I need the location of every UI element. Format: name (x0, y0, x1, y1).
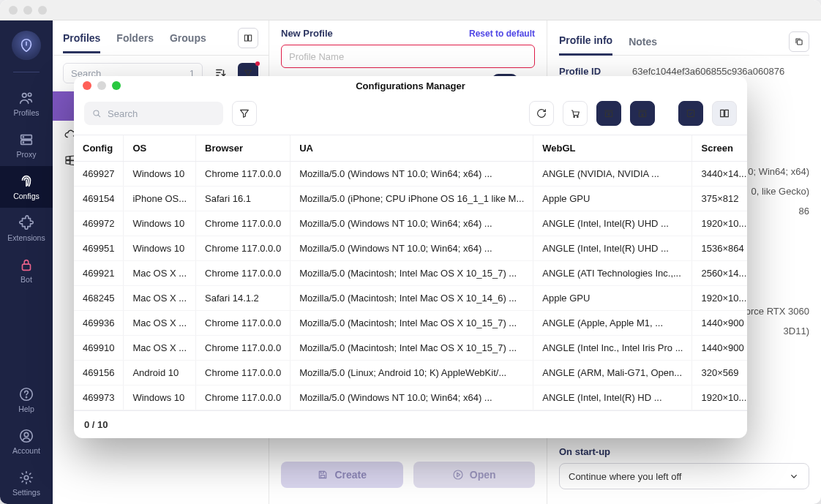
traffic-lights (9, 6, 47, 15)
copy-button[interactable] (789, 31, 809, 52)
svg-point-9 (20, 430, 33, 443)
lock-icon (18, 257, 34, 273)
cell-webgl: ANGLE (Intel Inc., Intel Iris Pro ... (533, 336, 692, 361)
open-button[interactable]: Open (413, 462, 536, 488)
col-os[interactable]: OS (124, 135, 196, 162)
table-row[interactable]: 469951Windows 10Chrome 117.0.0.0Mozilla/… (74, 236, 747, 261)
table-header-row: Config OS Browser UA WebGL Screen (74, 135, 747, 162)
cell-screen: 1920×10... (692, 286, 747, 311)
svg-point-16 (454, 470, 462, 479)
table-row[interactable]: 469936Mac OS X ...Chrome 117.0.0.0Mozill… (74, 311, 747, 336)
cell-screen: 1440×900 (692, 336, 747, 361)
create-button[interactable]: Create (281, 462, 403, 488)
columns-icon (243, 33, 253, 43)
close-window-icon[interactable] (9, 6, 18, 15)
shop-button[interactable] (563, 101, 588, 126)
col-browser[interactable]: Browser (196, 135, 290, 162)
cell-webgl: ANGLE (NVIDIA, NVIDIA ... (533, 162, 692, 187)
startup-value: Continue where you left off (569, 471, 681, 482)
cell-ua: Mozilla/5.0 (Linux; Android 10; K) Apple… (290, 361, 533, 385)
select-all-button[interactable] (678, 101, 703, 126)
col-webgl[interactable]: WebGL (533, 135, 692, 162)
modal-minimize-icon[interactable] (97, 81, 106, 90)
modal-search-input[interactable]: Search (84, 102, 223, 125)
cell-browser: Chrome 117.0.0.0 (196, 236, 290, 261)
sidebar-item-help[interactable]: Help (0, 379, 53, 421)
sidebar-item-extensions[interactable]: Extensions (0, 208, 53, 249)
profile-name-placeholder: Profile Name (289, 51, 344, 62)
sidebar-item-label: Extensions (7, 233, 45, 242)
sidebar-item-proxy[interactable]: Proxy (0, 124, 53, 166)
cell-os: Windows 10 (124, 162, 196, 187)
tab-groups[interactable]: Groups (170, 32, 206, 44)
table-row[interactable]: 469921Mac OS X ...Chrome 117.0.0.0Mozill… (74, 261, 747, 286)
sidebar-item-bot[interactable]: Bot (0, 249, 53, 291)
modal-traffic-lights (83, 81, 121, 90)
table-row[interactable]: 469154iPhone OS...Safari 16.1Mozilla/5.0… (74, 187, 747, 211)
user-icon (18, 428, 34, 444)
modal-title: Configurations Manager (356, 80, 465, 91)
sidebar-item-settings[interactable]: Settings (0, 462, 53, 504)
table-row[interactable]: 468245Mac OS X ...Safari 14.1.2Mozilla/5… (74, 286, 747, 311)
startup-select[interactable]: Continue where you left off (559, 463, 809, 489)
profile-name-input[interactable]: Profile Name (281, 45, 535, 68)
reset-to-default-link[interactable]: Reset to default (469, 29, 535, 39)
table-row[interactable]: 469927Windows 10Chrome 117.0.0.0Mozilla/… (74, 162, 747, 187)
cell-ua: Mozilla/5.0 (Windows NT 10.0; Win64; x64… (290, 236, 533, 261)
sidebar-item-label: Help (18, 405, 34, 413)
cell-screen: 3440×14... (692, 162, 747, 187)
cell-browser: Chrome 117.0.0.0 (196, 311, 290, 336)
cell-config: 469927 (74, 162, 124, 187)
create-button-label: Create (334, 469, 367, 481)
modal-close-icon[interactable] (83, 81, 91, 90)
puzzle-icon (18, 215, 34, 231)
sidebar-item-label: Configs (13, 192, 40, 200)
table-row[interactable]: 469910Mac OS X ...Chrome 117.0.0.0Mozill… (74, 336, 747, 361)
table-row[interactable]: 469972Windows 10Chrome 117.0.0.0Mozilla/… (74, 211, 747, 236)
table-row[interactable]: 469156Android 10Chrome 117.0.0.0Mozilla/… (74, 361, 747, 385)
modal-filter-button[interactable] (232, 101, 257, 126)
tab-folders[interactable]: Folders (116, 32, 154, 44)
minimize-window-icon[interactable] (23, 6, 32, 15)
svg-rect-17 (798, 40, 802, 44)
sidebar-item-configs[interactable]: Configs (0, 166, 53, 208)
tab-notes[interactable]: Notes (629, 36, 657, 48)
svg-rect-15 (321, 475, 325, 478)
svg-point-0 (23, 94, 27, 97)
tab-profile-info[interactable]: Profile info (559, 34, 612, 56)
cell-browser: Chrome 117.0.0.0 (196, 211, 290, 236)
cell-browser: Chrome 117.0.0.0 (196, 361, 290, 385)
cell-browser: Safari 16.1 (196, 187, 290, 211)
svg-point-19 (574, 116, 575, 118)
cell-screen: 1440×900 (692, 311, 747, 336)
sidebar-item-profiles[interactable]: Profiles (0, 83, 53, 124)
table-row[interactable]: 469973Windows 10Chrome 117.0.0.0Mozilla/… (74, 385, 747, 410)
import-button[interactable] (596, 101, 621, 126)
server-icon (18, 132, 34, 148)
refresh-button[interactable] (529, 101, 554, 126)
export-button[interactable] (630, 101, 655, 126)
cell-webgl: ANGLE (Intel, Intel(R) UHD ... (533, 236, 692, 261)
cell-os: Windows 10 (124, 236, 196, 261)
cell-config: 469154 (74, 187, 124, 211)
col-screen[interactable]: Screen (692, 135, 747, 162)
cell-os: Mac OS X ... (124, 286, 196, 311)
tab-profiles[interactable]: Profiles (63, 32, 100, 53)
cell-browser: Chrome 117.0.0.0 (196, 385, 290, 410)
zoom-window-icon[interactable] (38, 6, 47, 15)
check-square-icon (685, 108, 697, 119)
sidebar-item-label: Bot (20, 275, 32, 284)
modal-footer: 0 / 10 (74, 410, 747, 438)
layout-toggle-button[interactable] (238, 28, 258, 48)
columns-icon (719, 108, 730, 119)
svg-point-4 (23, 137, 23, 138)
sidebar-item-label: Settings (12, 488, 40, 497)
cell-ua: Mozilla/5.0 (Windows NT 10.0; Win64; x64… (290, 385, 533, 410)
main-titlebar (0, 0, 821, 20)
col-ua[interactable]: UA (290, 135, 533, 162)
modal-zoom-icon[interactable] (112, 81, 121, 90)
columns-button[interactable] (712, 101, 737, 126)
sidebar-item-account[interactable]: Account (0, 421, 53, 462)
cell-browser: Chrome 117.0.0.0 (196, 162, 290, 187)
col-config[interactable]: Config (74, 135, 124, 162)
